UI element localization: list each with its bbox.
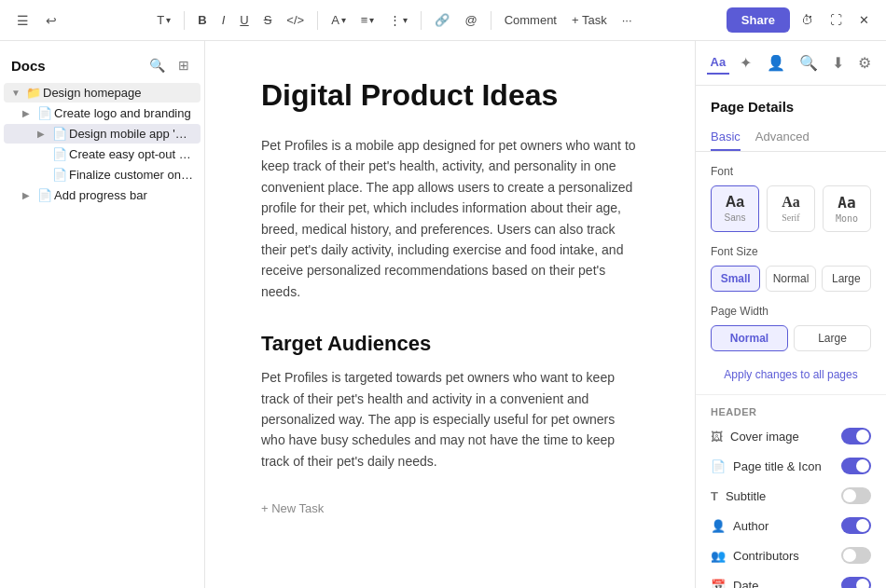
sidebar-icon-group: 🔍 ⊞: [145, 56, 193, 75]
align-label: ≡: [361, 13, 368, 27]
subtitle-toggle[interactable]: [841, 487, 871, 504]
font-size-small[interactable]: Small: [711, 266, 760, 292]
sidebar-item-finalize-onboarding[interactable]: 📄 Finalize customer onboarding: [4, 165, 201, 185]
font-option-sans[interactable]: Aa Sans: [711, 185, 759, 232]
chevron-icon: ▶: [22, 108, 37, 118]
bold-label: B: [198, 13, 206, 27]
comment-button[interactable]: Comment: [499, 9, 562, 31]
close-button[interactable]: ✕: [853, 9, 875, 31]
toggle-left: 📅 Date: [711, 579, 758, 589]
italic-button[interactable]: I: [216, 9, 231, 31]
sidebar-header: Docs 🔍 ⊞: [0, 52, 204, 82]
divider-1: [184, 11, 185, 30]
folder-icon: 📁: [26, 86, 43, 100]
bold-button[interactable]: B: [192, 9, 212, 31]
panel-icon-text[interactable]: Aa: [707, 51, 730, 75]
more-button[interactable]: ···: [616, 9, 638, 31]
page-width-normal[interactable]: Normal: [711, 325, 788, 351]
page-title-icon: 📄: [711, 459, 726, 473]
font-size-group: Small Normal Large: [696, 266, 886, 305]
font-color-button[interactable]: A ▾: [325, 9, 352, 31]
author-icon: 👤: [711, 519, 726, 533]
code-button[interactable]: </>: [281, 9, 310, 31]
font-option-serif[interactable]: Aa Serif: [767, 185, 815, 232]
page-width-group: Normal Large: [696, 325, 886, 364]
sidebar-item-create-optout[interactable]: 📄 Create easy opt-out settings: [4, 144, 201, 164]
main-layout: Docs 🔍 ⊞ ▼ 📁 Design homepage ▶ 📄 Create …: [0, 41, 886, 588]
font-size-normal[interactable]: Normal: [766, 266, 815, 292]
panel-icon-settings[interactable]: ⚙: [854, 50, 875, 75]
link-button[interactable]: 🔗: [429, 9, 455, 31]
font-label: Font: [696, 165, 886, 185]
fullscreen-button[interactable]: ⛶: [824, 9, 848, 31]
sidebar-search-button[interactable]: 🔍: [145, 56, 169, 75]
toggle-left: 🖼 Cover image: [711, 430, 799, 444]
text-format-dropdown[interactable]: T ▾: [151, 9, 176, 31]
page-width-large[interactable]: Large: [794, 325, 871, 351]
cover-image-icon: 🖼: [711, 430, 723, 444]
list-button[interactable]: ⋮ ▾: [383, 9, 413, 31]
sidebar-item-label: Add progress bar: [54, 188, 193, 202]
toolbar: ☰ ↩ T ▾ B I U S </> A ▾ ≡: [0, 0, 886, 41]
toggle-row-date: 📅 Date: [696, 570, 886, 588]
font-option-mono[interactable]: Aa Mono: [823, 185, 871, 232]
toggle-row-cover-image: 🖼 Cover image: [696, 421, 886, 451]
mention-icon: @: [464, 13, 477, 27]
panel-icon-star[interactable]: ✦: [736, 50, 755, 75]
doc-icon: 📄: [37, 188, 54, 202]
sidebar-grid-button[interactable]: ⊞: [174, 56, 193, 75]
toggle-left: 👤 Author: [711, 519, 768, 533]
sidebar: Docs 🔍 ⊞ ▼ 📁 Design homepage ▶ 📄 Create …: [0, 41, 205, 588]
panel-icon-user[interactable]: 👤: [763, 50, 789, 75]
doc-icon: 📄: [52, 168, 69, 182]
list-label: ⋮: [389, 13, 401, 27]
font-serif-symbol: Aa: [782, 194, 800, 211]
align-button[interactable]: ≡ ▾: [355, 9, 381, 31]
author-toggle[interactable]: [841, 517, 871, 534]
task-button[interactable]: + Task: [566, 9, 613, 31]
font-color-label: A: [331, 13, 339, 27]
history-button[interactable]: ⏱: [796, 9, 819, 31]
task-label: + Task: [572, 13, 607, 27]
cover-image-label: Cover image: [730, 430, 799, 444]
share-button[interactable]: Share: [727, 7, 790, 33]
divider-3: [421, 11, 422, 30]
font-serif-label: Serif: [782, 212, 799, 223]
panel-icon-download[interactable]: ⬇: [828, 50, 848, 75]
toggle-left: 👥 Contributors: [711, 549, 799, 563]
menu-button[interactable]: ☰: [11, 9, 35, 32]
sidebar-item-design-mobile[interactable]: ▶ 📄 Design mobile app 'Lite' UI: [4, 124, 201, 144]
code-label: </>: [286, 13, 304, 27]
new-task-button[interactable]: + New Task: [261, 501, 639, 515]
sidebar-item-design-homepage[interactable]: ▼ 📁 Design homepage: [4, 83, 201, 103]
author-label: Author: [733, 519, 768, 533]
sidebar-title: Docs: [11, 58, 46, 74]
back-icon: ↩: [46, 13, 57, 28]
toggle-row-subtitle: T Subtitle: [696, 481, 886, 511]
contributors-toggle[interactable]: [841, 547, 871, 564]
page-title-toggle[interactable]: [841, 458, 871, 474]
panel-icon-search[interactable]: 🔍: [796, 50, 822, 75]
divider-2: [317, 11, 318, 30]
mention-button[interactable]: @: [459, 9, 482, 31]
date-label: Date: [733, 579, 758, 589]
chevron-icon: ▶: [22, 190, 37, 200]
history-icon: ⏱: [801, 13, 813, 27]
right-panel: Aa ✦ 👤 🔍 ⬇ ⚙ Page Details Basic Advanced…: [695, 41, 886, 588]
tab-advanced[interactable]: Advanced: [755, 124, 810, 151]
apply-changes-link[interactable]: Apply changes to all pages: [696, 364, 886, 390]
font-size-large[interactable]: Large: [822, 266, 871, 292]
sidebar-item-label: Finalize customer onboarding: [69, 168, 193, 182]
panel-title: Page Details: [696, 86, 886, 124]
tab-basic[interactable]: Basic: [711, 124, 741, 151]
doc-icon: 📄: [37, 106, 54, 120]
date-toggle[interactable]: [841, 577, 871, 588]
strikethrough-button[interactable]: S: [258, 9, 278, 31]
underline-button[interactable]: U: [234, 9, 254, 31]
sidebar-item-label: Design mobile app 'Lite' UI: [69, 127, 193, 141]
sidebar-item-add-progress[interactable]: ▶ 📄 Add progress bar: [4, 185, 201, 205]
back-button[interactable]: ↩: [40, 9, 62, 32]
cover-image-toggle[interactable]: [841, 428, 871, 444]
comment-label: Comment: [505, 13, 557, 27]
sidebar-item-create-logo[interactable]: ▶ 📄 Create logo and branding: [4, 103, 201, 123]
